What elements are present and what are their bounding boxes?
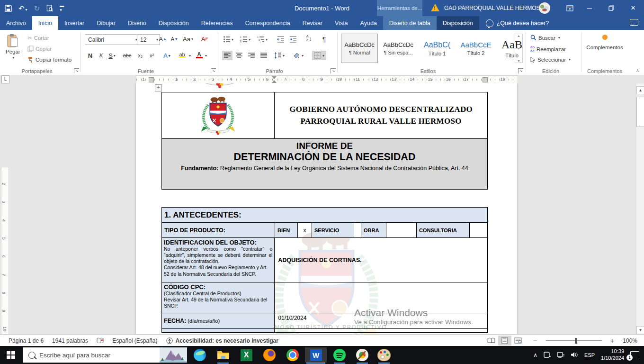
tell-me-box[interactable]: ¿Qué desea hacer? [479,16,556,30]
tab-disposicion[interactable]: Disposición [152,16,195,30]
justify-button[interactable] [259,51,268,60]
language-indicator[interactable]: Español (España) [112,337,157,344]
borders-button[interactable]: ▾ [312,51,326,60]
language-indicator[interactable]: ESP [584,352,595,358]
word-icon[interactable]: W [305,347,327,363]
underline-button[interactable]: S▾ [107,51,116,60]
org-name-cell[interactable]: GOBIERNO AUTÓNOMO DESCENTRALIZADO PARROQ… [275,92,487,139]
word-count[interactable]: 1941 palabras [52,337,88,344]
accessibility-status[interactable]: Accesibilidad: es necesario investigar [176,337,278,344]
superscript-button[interactable]: x² [147,51,156,60]
minimize-button[interactable]: ─ [579,0,600,16]
tab-selector[interactable]: L [1,75,9,83]
style-titulo[interactable]: AaB Título [496,34,528,63]
decrease-indent-button[interactable] [276,35,285,44]
consultoria-checkbox-cell[interactable] [470,223,487,238]
font-color-button[interactable]: A [195,50,204,59]
search-highlight-image[interactable] [160,347,187,363]
account-name[interactable]: GAD PARROQUIAL VALLE HERMOSO [444,0,545,16]
objeto-value-cell[interactable]: ADQUISICIÓN DE CORTINAS. [275,238,487,282]
network-icon[interactable] [557,352,564,359]
change-case-button[interactable]: Aa▾ [183,34,193,44]
tab-dibujar[interactable]: Dibujar [90,16,122,30]
align-right-button[interactable] [247,51,256,60]
vertical-ruler[interactable]: 2345678910111213 [1,167,9,334]
tab-referencias[interactable]: Referencias [195,16,239,30]
section-1-header[interactable]: 1. ANTECEDENTES: [162,208,487,223]
font-color-caret[interactable]: ▾ [205,54,207,58]
file-explorer-icon[interactable] [212,347,234,363]
tab-insertar[interactable]: Insertar [58,16,90,30]
cpc-label-cell[interactable]: CÓDIGO CPC: (Clasificador Central de Pro… [162,282,275,313]
replace-button[interactable]: abac Reemplazar [530,46,566,53]
align-left-button[interactable] [222,51,233,60]
spotify-icon[interactable] [329,347,350,363]
clear-formatting-button[interactable]: A◤ [200,34,209,44]
tab-disposicion-tabla[interactable]: Disposición [437,16,479,30]
restore-button[interactable] [600,0,622,16]
next-row-partial[interactable] [162,329,275,332]
header-table[interactable]: GOBIERNO AUTÓNOMO DESCENTRALIZADO PARROQ… [161,92,488,190]
subscript-button[interactable]: x₂ [136,51,145,60]
zoom-level[interactable]: 100% [623,337,637,344]
tab-vista[interactable]: Vista [329,16,354,30]
table-move-handle[interactable]: + [155,84,162,91]
canvas-app-icon[interactable] [351,347,373,363]
fecha-label-cell[interactable]: FECHA: (día/mes/año) [162,313,275,329]
cpc-value-cell[interactable] [275,282,487,313]
report-title-cell[interactable]: INFORME DE DETERMINACIÓN DE LA NECESIDAD… [162,139,487,189]
tab-correspondencia[interactable]: Correspondencia [239,16,296,30]
font-family-combo[interactable]: Calibri▾ [85,34,139,45]
show-marks-button[interactable]: ¶ [320,35,329,44]
first-line-indent-marker[interactable] [272,76,277,79]
numbering-button[interactable]: 123▾ [240,35,250,44]
table-column-marker[interactable] [149,77,154,82]
scroll-up-button[interactable]: ▲ [636,86,644,94]
paste-button[interactable]: Pegar ▾ [6,34,20,60]
strikethrough-button[interactable]: abc [123,51,132,60]
sort-button[interactable]: AZ↓ [304,34,313,43]
taskbar-search[interactable]: Escribe aquí para buscar [23,347,187,363]
fuente-dialog-launcher[interactable]: ↘ [211,68,216,73]
zoom-slider[interactable] [546,340,602,341]
clock[interactable]: 10:39 1/10/2024 [601,348,624,362]
document-page[interactable]: + E HERMOSO TURÍSTICO Y PRODUCTIVO GOBIE… [136,83,517,334]
option-servicio-cell[interactable]: SERVICIO [312,223,354,238]
tab-diseno[interactable]: Diseño [122,16,152,30]
line-spacing-button[interactable]: ▾ [274,51,285,60]
print-preview-icon[interactable] [46,5,53,12]
tablet-mode-icon[interactable] [544,352,551,359]
option-bien-cell[interactable]: BIEN [275,223,298,238]
notification-center-icon[interactable]: 1 [630,351,639,359]
italic-button[interactable]: K [97,51,106,60]
option-consultoria-cell[interactable]: CONSULTORIA [417,223,470,238]
increase-indent-button[interactable] [288,35,297,44]
bold-button[interactable]: N [86,51,95,60]
highlight-button[interactable]: ab [178,50,187,59]
antecedentes-table[interactable]: 1. ANTECEDENTES: TIPO DE PRODUCTO: BIEN … [161,207,488,333]
tray-chevron-icon[interactable]: ∧ [533,352,537,358]
highlight-caret[interactable]: ▾ [189,54,191,58]
customize-qat-icon[interactable]: ▬▾ [60,4,64,12]
text-effects-button[interactable]: A▾ [162,51,171,60]
horizontal-ruler[interactable]: 1 12345678910111213141516171819 [136,75,518,84]
multilevel-list-button[interactable]: 1ai▾ [257,35,268,44]
style-titulo-1[interactable]: AaBbC( Título 1 [419,34,456,63]
fecha-value-cell[interactable]: 01/10/2024 [275,313,487,329]
tab-diseno-de-tabla[interactable]: Diseño de tabla [383,16,437,30]
chrome-icon[interactable] [282,347,304,363]
right-margin-marker[interactable] [483,77,488,82]
proofing-icon[interactable] [97,337,104,344]
read-mode-button[interactable] [485,336,498,346]
tab-revisar[interactable]: Revisar [296,16,329,30]
shrink-font-button[interactable]: A▼ [170,34,179,44]
undo-icon[interactable]: ↶▾ [18,5,27,12]
zoom-out-button[interactable]: − [533,337,537,345]
align-center-button[interactable] [234,51,243,60]
volume-icon[interactable] [571,352,578,359]
bullets-button[interactable]: ▾ [223,35,233,44]
portapapeles-dialog-launcher[interactable]: ↘ [74,68,79,73]
style-normal[interactable]: AaBbCcDc ¶ Normal [341,34,378,63]
tab-ayuda[interactable]: Ayuda [354,16,383,30]
save-icon[interactable] [5,5,12,12]
